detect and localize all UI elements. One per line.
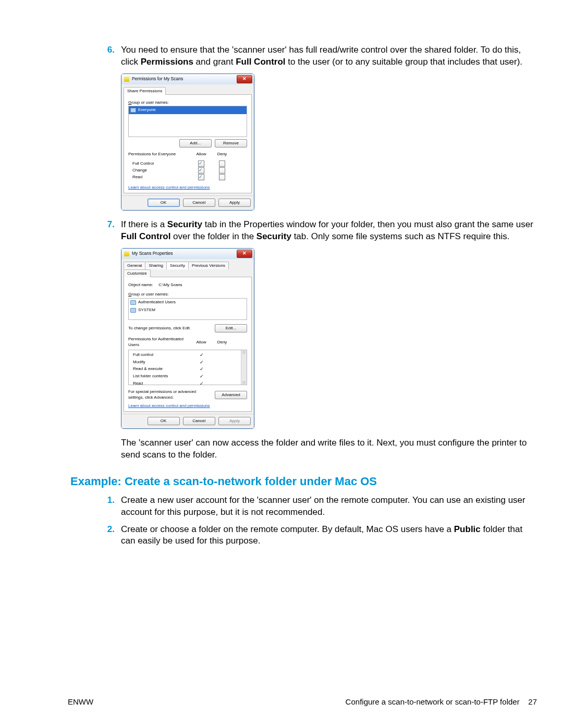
bold: Security bbox=[256, 231, 291, 241]
list-item[interactable]: SYSTEM bbox=[129, 306, 247, 314]
groups-label: Group or user names: bbox=[128, 100, 247, 106]
text: and grant bbox=[193, 57, 236, 67]
title-bar: My Scans Properties ✕ bbox=[121, 249, 254, 259]
allow-checkbox[interactable] bbox=[198, 161, 204, 167]
tab-strip: GeneralSharingSecurityPrevious VersionsC… bbox=[124, 261, 252, 277]
folder-icon bbox=[124, 251, 129, 256]
groups-list[interactable]: Everyone bbox=[128, 106, 247, 137]
cancel-button[interactable]: Cancel bbox=[183, 199, 215, 207]
step-body: Create a new user account for the 'scann… bbox=[121, 495, 537, 519]
step-number: 2. bbox=[99, 524, 121, 548]
tab-security[interactable]: Security bbox=[166, 262, 189, 269]
text: roup or user names: bbox=[131, 292, 169, 297]
permissions-header: Permissions for Authenticated Users Allo… bbox=[128, 337, 247, 348]
bold: Permissions bbox=[141, 57, 193, 67]
groups-list[interactable]: Authenticated Users SYSTEM bbox=[128, 298, 247, 320]
text: ermissions for Authenticated Users bbox=[128, 337, 183, 347]
check-icon: ✓ bbox=[200, 360, 204, 365]
button-row: Add... Remove bbox=[128, 139, 247, 147]
learn-link[interactable]: Learn about access control and permissio… bbox=[128, 185, 210, 191]
permission-row: Read & execute✓ bbox=[133, 366, 241, 373]
group-icon bbox=[130, 308, 136, 313]
advanced-button[interactable]: Advanced bbox=[215, 391, 247, 399]
edit-button[interactable]: Edit... bbox=[215, 324, 247, 332]
permission-name: List folder contents bbox=[133, 374, 191, 379]
title-bar: Permissions for My Scans ✕ bbox=[121, 74, 254, 84]
allow-header: Allow bbox=[191, 152, 212, 157]
list-item[interactable]: Everyone bbox=[129, 106, 247, 114]
permission-name: Read bbox=[132, 175, 191, 180]
permission-name: Change bbox=[132, 168, 191, 174]
step-body: Create or choose a folder on the remote … bbox=[121, 524, 537, 548]
footer-title: Configure a scan-to-network or scan-to-F… bbox=[346, 697, 520, 706]
screenshot-permissions-dialog: Permissions for My Scans ✕ Share Permiss… bbox=[121, 73, 537, 211]
bold: Public bbox=[454, 524, 481, 534]
apply-button[interactable]: Apply bbox=[218, 417, 251, 425]
text: If there is a bbox=[121, 219, 167, 229]
change-permissions-line: To change permissions, click Edit. Edit.… bbox=[128, 324, 247, 332]
text: tab in the Properties window for your fo… bbox=[202, 219, 533, 229]
apply-button[interactable]: Apply bbox=[218, 199, 251, 207]
tab-panel: Object name: C:\My Scans Group or user n… bbox=[124, 277, 252, 412]
dialog-footer: OK Cancel Apply bbox=[121, 414, 254, 428]
permission-row: Read bbox=[132, 174, 247, 180]
step-number: 6. bbox=[99, 44, 121, 68]
check-icon: ✓ bbox=[200, 352, 204, 357]
permission-name: Full control bbox=[133, 352, 191, 358]
deny-checkbox[interactable] bbox=[219, 174, 225, 180]
permissions-body: Full Control Change Read bbox=[128, 159, 247, 182]
permissions-header: Permissions for Everyone Allow Deny bbox=[128, 152, 247, 157]
tab-general[interactable]: General bbox=[124, 262, 145, 269]
step-6: 6. You need to ensure that the 'scanner … bbox=[99, 44, 537, 68]
groups-label: Group or user names: bbox=[128, 292, 247, 298]
bold: Full Control bbox=[236, 57, 285, 67]
tab-strip: Share Permissions bbox=[124, 87, 252, 94]
cancel-button[interactable]: Cancel bbox=[183, 417, 215, 425]
mac-step-1: 1. Create a new user account for the 'sc… bbox=[99, 495, 537, 519]
tab-sharing[interactable]: Sharing bbox=[145, 262, 167, 269]
follow-up-text: The 'scanner user' can now access the fo… bbox=[121, 437, 537, 461]
advanced-line: For special permissions or advanced sett… bbox=[128, 389, 247, 401]
group-icon bbox=[130, 108, 136, 113]
permission-row: Read✓ bbox=[133, 380, 241, 385]
add-button[interactable]: Add... bbox=[179, 139, 212, 147]
ok-button[interactable]: OK bbox=[148, 199, 180, 207]
folder-icon bbox=[124, 77, 129, 82]
text: ermissions for Everyone bbox=[131, 152, 176, 156]
deny-checkbox[interactable] bbox=[219, 167, 225, 174]
scrollbar[interactable] bbox=[241, 350, 247, 385]
step-number: 1. bbox=[99, 495, 121, 519]
object-name: Object name: C:\My Scans bbox=[128, 282, 247, 288]
text: To change permissions, click Edit. bbox=[128, 326, 213, 331]
section-heading: Example: Create a scan-to-network folder… bbox=[70, 474, 537, 489]
text: over the folder in the bbox=[170, 231, 256, 241]
close-button[interactable]: ✕ bbox=[237, 75, 252, 83]
tab-customize[interactable]: Customize bbox=[124, 269, 151, 277]
allow-checkbox[interactable] bbox=[198, 174, 204, 180]
permission-row: Full Control bbox=[132, 161, 247, 167]
permission-name: Modify bbox=[133, 360, 191, 365]
tab-share-permissions[interactable]: Share Permissions bbox=[124, 87, 166, 95]
step-number: 7. bbox=[99, 219, 121, 243]
dialog-footer: OK Cancel Apply bbox=[121, 195, 254, 210]
bold: Full Control bbox=[121, 231, 170, 241]
allow-checkbox[interactable] bbox=[198, 167, 204, 174]
close-button[interactable]: ✕ bbox=[237, 250, 252, 258]
permissions-body: Full control✓ Modify✓ Read & execute✓ Li… bbox=[128, 350, 247, 385]
check-icon: ✓ bbox=[200, 366, 204, 372]
object-name-value: C:\My Scans bbox=[158, 282, 182, 287]
properties-dialog: My Scans Properties ✕ GeneralSharingSecu… bbox=[121, 248, 254, 429]
learn-link[interactable]: Learn about access control and permissio… bbox=[128, 403, 210, 409]
text: For special permissions or advanced sett… bbox=[128, 389, 213, 401]
remove-button[interactable]: Remove bbox=[215, 139, 247, 147]
mac-step-2: 2. Create or choose a folder on the remo… bbox=[99, 524, 537, 548]
tab-previous-versions[interactable]: Previous Versions bbox=[188, 262, 229, 269]
ok-button[interactable]: OK bbox=[148, 417, 180, 425]
deny-header: Deny bbox=[212, 340, 232, 346]
deny-checkbox[interactable] bbox=[219, 161, 225, 167]
list-item[interactable]: Authenticated Users bbox=[129, 299, 247, 306]
step-7: 7. If there is a Security tab in the Pro… bbox=[99, 219, 537, 243]
list-item-label: SYSTEM bbox=[138, 307, 155, 313]
text: Create or choose a folder on the remote … bbox=[121, 524, 454, 534]
step-body: You need to ensure that the 'scanner use… bbox=[121, 44, 537, 68]
